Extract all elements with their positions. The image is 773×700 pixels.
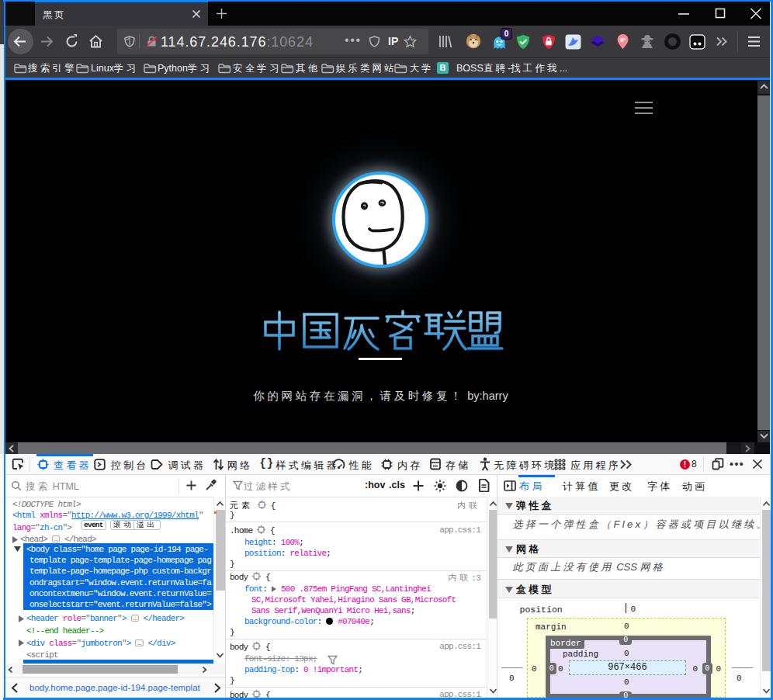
svg-text:IP: IP	[620, 37, 626, 43]
